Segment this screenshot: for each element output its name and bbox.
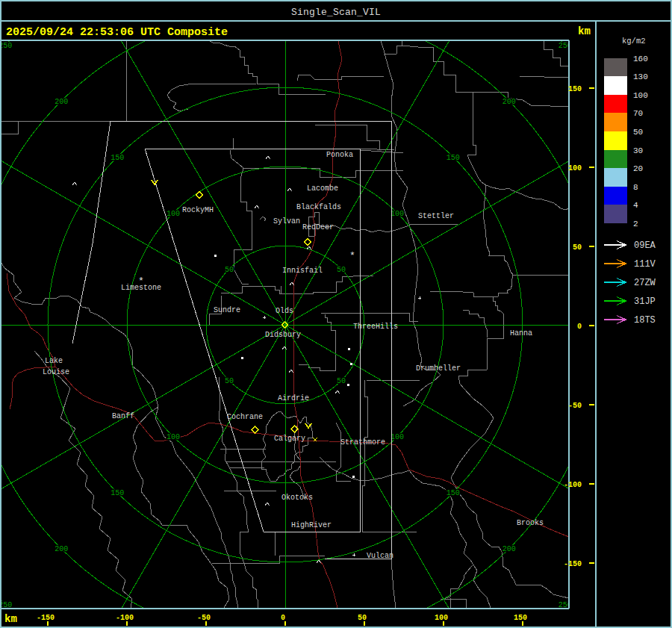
svg-text:130: 130	[633, 72, 648, 81]
svg-text:Blackfalds: Blackfalds	[296, 203, 341, 211]
svg-text:70: 70	[633, 109, 643, 118]
svg-text:Banff: Banff	[112, 412, 134, 420]
svg-text:150: 150	[568, 85, 582, 93]
svg-text:100: 100	[167, 210, 180, 218]
svg-text:150: 150	[514, 614, 527, 622]
svg-text:100: 100	[568, 164, 582, 172]
svg-text:100: 100	[435, 614, 448, 622]
svg-text:Stettler: Stettler	[418, 212, 454, 220]
svg-text:4: 4	[633, 201, 638, 210]
svg-text:Strathmore: Strathmore	[340, 438, 385, 447]
svg-text:Brooks: Brooks	[517, 519, 544, 527]
svg-text:50: 50	[225, 266, 234, 274]
svg-text:kg/m2: kg/m2	[622, 37, 646, 46]
svg-text:-50: -50	[197, 614, 211, 622]
svg-text:-150: -150	[564, 560, 582, 568]
svg-text:Louise: Louise	[43, 368, 69, 376]
svg-text:100: 100	[633, 91, 648, 100]
svg-text:Sundre: Sundre	[214, 306, 240, 314]
svg-text:50: 50	[337, 266, 346, 274]
svg-text:-50: -50	[568, 402, 582, 410]
svg-text:0: 0	[281, 614, 285, 622]
svg-text:-150: -150	[37, 614, 55, 622]
svg-text:Vulcan: Vulcan	[367, 552, 393, 560]
svg-text:km: km	[578, 25, 591, 37]
svg-text:2: 2	[633, 220, 638, 228]
svg-text:*: *	[138, 276, 144, 287]
svg-text:200: 200	[55, 545, 68, 553]
svg-text:-100: -100	[564, 481, 582, 489]
svg-text:Calgary: Calgary	[274, 435, 305, 443]
svg-text:50: 50	[633, 128, 643, 137]
svg-text:50: 50	[337, 377, 346, 385]
svg-text:150: 150	[447, 154, 460, 162]
svg-text:Sylvan: Sylvan	[273, 217, 300, 226]
svg-text:09EA: 09EA	[634, 240, 656, 251]
svg-text:Airdrie: Airdrie	[278, 394, 309, 402]
svg-text:RedDeer: RedDeer	[302, 223, 334, 231]
svg-text:200: 200	[503, 545, 516, 553]
svg-text:-100: -100	[116, 614, 134, 622]
svg-text:*: *	[349, 250, 355, 261]
svg-text:100: 100	[391, 210, 404, 218]
svg-text:Hanna: Hanna	[510, 329, 532, 338]
svg-text:50: 50	[573, 243, 582, 252]
svg-text:HighRiver: HighRiver	[291, 521, 332, 529]
svg-text:Okotoks: Okotoks	[281, 494, 313, 502]
svg-text:Lacombe: Lacombe	[307, 184, 338, 193]
svg-text:ThreeHills: ThreeHills	[353, 323, 398, 331]
svg-text:111V: 111V	[634, 259, 656, 270]
svg-text:Drumheller: Drumheller	[416, 364, 461, 373]
svg-text:100: 100	[391, 433, 404, 441]
svg-text:150: 150	[447, 489, 460, 497]
svg-text:2025/09/24 22:53:06 UTC Compos: 2025/09/24 22:53:06 UTC Composite	[6, 26, 228, 39]
svg-text:Innisfail: Innisfail	[282, 267, 323, 275]
svg-text:Single_Scan_VIL: Single_Scan_VIL	[291, 7, 381, 18]
svg-text:18TS: 18TS	[634, 315, 656, 326]
svg-text:0: 0	[577, 323, 582, 331]
svg-text:100: 100	[167, 433, 180, 441]
svg-text:Olds: Olds	[276, 307, 293, 315]
svg-text:27ZW: 27ZW	[634, 278, 656, 288]
svg-text:31JP: 31JP	[634, 296, 656, 307]
svg-text:50: 50	[358, 614, 367, 622]
svg-text:Cochrane: Cochrane	[227, 413, 263, 421]
svg-text:RockyMH: RockyMH	[182, 206, 214, 214]
svg-text:200: 200	[503, 98, 516, 106]
svg-text:150: 150	[111, 154, 124, 162]
svg-text:30: 30	[633, 146, 643, 155]
svg-text:200: 200	[55, 98, 68, 106]
svg-text:Lake: Lake	[45, 357, 63, 365]
svg-text:150: 150	[111, 489, 124, 497]
svg-text:Ponoka: Ponoka	[326, 151, 353, 159]
svg-text:160: 160	[633, 55, 648, 63]
svg-text:50: 50	[225, 377, 234, 385]
svg-text:20: 20	[633, 164, 643, 173]
svg-text:km: km	[4, 613, 17, 625]
svg-text:Didsbury: Didsbury	[265, 331, 301, 339]
svg-text:250: 250	[0, 42, 12, 50]
svg-text:8: 8	[633, 183, 638, 192]
